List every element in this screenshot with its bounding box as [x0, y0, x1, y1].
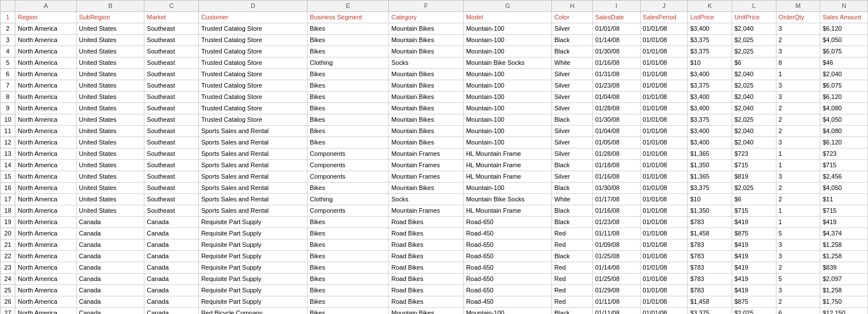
cell-customer[interactable]: Sports Sales and Rental [198, 205, 307, 217]
col-letter-I[interactable]: I [592, 1, 640, 12]
cell-subregion[interactable]: United States [76, 205, 144, 217]
cell-list-price[interactable]: $3,400 [688, 137, 732, 148]
cell-model[interactable]: Mountain-100 [463, 35, 551, 46]
cell-unit-price[interactable]: $2,025 [732, 183, 776, 194]
table-row[interactable]: 11North AmericaUnited StatesSoutheastSpo… [1, 126, 868, 137]
cell-customer[interactable]: Sports Sales and Rental [198, 194, 307, 205]
cell-region[interactable]: North America [15, 262, 77, 274]
cell-sales-period[interactable]: 01/01/08 [640, 251, 688, 262]
cell-category[interactable]: Mountain Bikes [389, 126, 463, 137]
cell-sales-period[interactable]: 01/01/08 [640, 274, 688, 285]
cell-region[interactable]: North America [15, 171, 77, 183]
cell-color[interactable]: Red [552, 285, 593, 296]
col-letter-H[interactable]: H [552, 1, 593, 12]
cell-sales-amount[interactable]: $4,080 [820, 103, 868, 114]
table-row[interactable]: 6North AmericaUnited StatesSoutheastTrus… [1, 69, 868, 80]
cell-unit-price[interactable]: $819 [732, 171, 776, 183]
cell-category[interactable]: Mountain Bikes [389, 80, 463, 92]
cell-customer[interactable]: Sports Sales and Rental [198, 171, 307, 183]
cell-color[interactable]: Black [552, 35, 593, 46]
cell-category[interactable]: Socks [389, 194, 463, 205]
cell-region[interactable]: North America [15, 285, 77, 296]
cell-region[interactable]: North America [15, 57, 77, 69]
cell-region[interactable]: North America [15, 80, 77, 92]
cell-sales-date[interactable]: 01/18/08 [592, 160, 640, 171]
cell-model[interactable]: HL Mountain Frame [463, 160, 551, 171]
cell-sales-date[interactable]: 01/05/08 [592, 137, 640, 148]
cell-sales-amount[interactable]: $715 [820, 160, 868, 171]
cell-business-segment[interactable]: Bikes [308, 262, 389, 274]
cell-order-qty[interactable]: 3 [776, 46, 820, 57]
cell-business-segment[interactable]: Bikes [308, 285, 389, 296]
cell-sales-period[interactable]: 01/01/08 [640, 262, 688, 274]
cell-sales-period[interactable]: 01/01/08 [640, 148, 688, 160]
cell-unit-price[interactable]: $2,040 [732, 92, 776, 103]
cell-business-segment[interactable]: Bikes [308, 274, 389, 285]
cell-sales-amount[interactable]: $12,150 [820, 308, 868, 315]
cell-sales-amount[interactable]: $715 [820, 205, 868, 217]
cell-customer[interactable]: Trusted Catalog Store [198, 46, 307, 57]
cell-list-price[interactable]: $3,375 [688, 308, 732, 315]
cell-unit-price[interactable]: $6 [732, 57, 776, 69]
cell-category[interactable]: Road Bikes [389, 262, 463, 274]
cell-category[interactable]: Road Bikes [389, 274, 463, 285]
cell-customer[interactable]: Requisite Part Supply [198, 228, 307, 239]
cell-order-qty[interactable]: 2 [776, 296, 820, 308]
cell-business-segment[interactable]: Bikes [308, 239, 389, 251]
cell-order-qty[interactable]: 1 [776, 160, 820, 171]
cell-order-qty[interactable]: 2 [776, 183, 820, 194]
cell-sales-amount[interactable]: $839 [820, 262, 868, 274]
cell-sales-date[interactable]: 01/25/08 [592, 274, 640, 285]
cell-color[interactable]: Black [552, 308, 593, 315]
cell-sales-amount[interactable]: $6,075 [820, 46, 868, 57]
cell-color[interactable]: Silver [552, 92, 593, 103]
cell-sales-date[interactable]: 01/28/08 [592, 103, 640, 114]
cell-model[interactable]: HL Mountain Frame [463, 205, 551, 217]
cell-subregion[interactable]: Canada [76, 262, 144, 274]
cell-region[interactable]: North America [15, 137, 77, 148]
cell-market[interactable]: Southeast [144, 126, 199, 137]
table-row[interactable]: 25North AmericaCanadaCanadaRequisite Par… [1, 285, 868, 296]
cell-sales-date[interactable]: 01/23/08 [592, 217, 640, 228]
cell-list-price[interactable]: $3,400 [688, 126, 732, 137]
cell-sales-date[interactable]: 01/14/08 [592, 35, 640, 46]
cell-sales-amount[interactable]: $1,750 [820, 296, 868, 308]
cell-sales-amount[interactable]: $11 [820, 194, 868, 205]
table-row[interactable]: 12North AmericaUnited StatesSoutheastSpo… [1, 137, 868, 148]
cell-business-segment[interactable]: Bikes [308, 251, 389, 262]
cell-order-qty[interactable]: 3 [776, 239, 820, 251]
cell-market[interactable]: Southeast [144, 92, 199, 103]
cell-customer[interactable]: Requisite Part Supply [198, 274, 307, 285]
cell-business-segment[interactable]: Bikes [308, 80, 389, 92]
cell-order-qty[interactable]: 5 [776, 274, 820, 285]
cell-subregion[interactable]: United States [76, 171, 144, 183]
cell-market[interactable]: Southeast [144, 80, 199, 92]
cell-market[interactable]: Southeast [144, 148, 199, 160]
cell-market[interactable]: Southeast [144, 114, 199, 126]
cell-color[interactable]: Red [552, 296, 593, 308]
cell-color[interactable]: Silver [552, 171, 593, 183]
cell-list-price[interactable]: $3,375 [688, 183, 732, 194]
cell-customer[interactable]: Red Bicycle Company [198, 308, 307, 315]
cell-list-price[interactable]: $1,458 [688, 296, 732, 308]
cell-model[interactable]: Mountain-100 [463, 114, 551, 126]
cell-sales-amount[interactable]: $4,374 [820, 228, 868, 239]
cell-sales-amount[interactable]: $2,040 [820, 69, 868, 80]
cell-order-qty[interactable]: 3 [776, 285, 820, 296]
cell-sales-period[interactable]: 01/01/08 [640, 35, 688, 46]
cell-subregion[interactable]: United States [76, 194, 144, 205]
cell-unit-price[interactable]: $2,040 [732, 126, 776, 137]
cell-customer[interactable]: Sports Sales and Rental [198, 137, 307, 148]
cell-color[interactable]: Silver [552, 23, 593, 35]
cell-customer[interactable]: Trusted Catalog Store [198, 23, 307, 35]
cell-sales-amount[interactable]: $1,258 [820, 285, 868, 296]
cell-region[interactable]: North America [15, 228, 77, 239]
cell-list-price[interactable]: $10 [688, 57, 732, 69]
cell-order-qty[interactable]: 5 [776, 228, 820, 239]
cell-category[interactable]: Road Bikes [389, 217, 463, 228]
cell-color[interactable]: Silver [552, 126, 593, 137]
cell-sales-amount[interactable]: $6,075 [820, 80, 868, 92]
cell-color[interactable]: Silver [552, 103, 593, 114]
cell-customer[interactable]: Requisite Part Supply [198, 217, 307, 228]
cell-sales-period[interactable]: 01/01/08 [640, 183, 688, 194]
